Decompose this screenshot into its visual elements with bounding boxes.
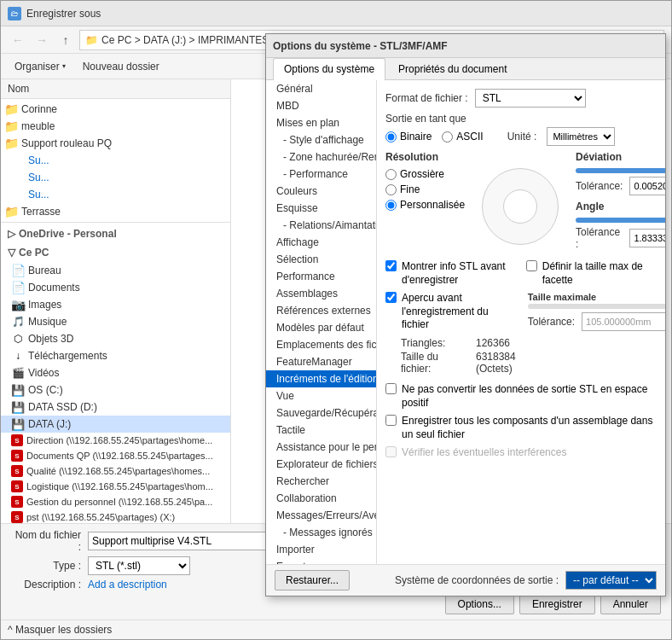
organize-button[interactable]: Organiser ▾ — [8, 56, 72, 77]
list-item[interactable]: 📄 Documents — [1, 279, 230, 296]
menu-item-feature-manager[interactable]: FeatureManager — [266, 353, 376, 370]
personnalisee-radio[interactable]: Personnalisée — [385, 199, 465, 211]
menu-item-affichage[interactable]: Affichage — [266, 234, 376, 251]
taille-max-title: Taille maximale — [528, 292, 665, 302]
taille-max-slider[interactable] — [528, 304, 665, 309]
coord-select[interactable]: -- par défaut -- — [565, 571, 657, 590]
list-item[interactable]: Su... — [1, 186, 230, 203]
list-item[interactable]: 🎬 Vidéos — [1, 364, 230, 381]
resolution-title: Résolution — [385, 151, 559, 163]
list-item[interactable]: 💾 OS (C:) — [1, 381, 230, 399]
list-item[interactable]: Su... — [1, 169, 230, 186]
list-item[interactable]: 📁 Support rouleau PQ — [1, 135, 230, 152]
type-select[interactable]: STL (*.stl) — [88, 556, 190, 575]
list-item[interactable]: S Gestion du personnel (\\192.168.55.245… — [1, 494, 230, 509]
grossiere-radio[interactable]: Grossière — [385, 168, 465, 180]
menu-item-style-affichage[interactable]: - Style d'affichage — [266, 131, 376, 148]
options-button[interactable]: Options... — [445, 594, 514, 614]
ascii-radio[interactable]: ASCII — [442, 131, 483, 143]
list-item[interactable]: 📄 Bureau — [1, 262, 230, 279]
taille-max-section: Taille maximale Tolérance: — [528, 292, 665, 331]
sidebar-item-cepc[interactable]: ▽ Ce PC — [1, 243, 230, 262]
list-item[interactable]: ↓ Téléchargements — [1, 347, 230, 364]
file-list[interactable]: 📁 Corinne 📁 meuble 📁 Support rouleau PQ … — [1, 99, 230, 523]
sidebar-item-onedrive[interactable]: ▷ OneDrive - Personal — [1, 224, 230, 243]
menu-item-modeles[interactable]: Modèles par défaut — [266, 319, 376, 336]
fine-radio[interactable]: Fine — [385, 183, 465, 195]
list-item[interactable]: 💾 DATA SSD (D:) — [1, 399, 230, 416]
up-button[interactable]: ↑ — [55, 30, 76, 50]
tolerance-label: Tolérance: — [576, 180, 623, 192]
save-button[interactable]: Enregistrer — [519, 594, 595, 614]
menu-item-couleurs[interactable]: Couleurs — [266, 183, 376, 200]
menu-item-rechercher[interactable]: Rechercher — [266, 473, 376, 490]
angle-slider[interactable] — [576, 218, 665, 223]
list-item[interactable]: 📁 meuble — [1, 118, 230, 135]
menu-item-collaboration[interactable]: Collaboration — [266, 490, 376, 507]
menu-item-mbd[interactable]: MBD — [266, 97, 376, 114]
apercu-checkbox[interactable] — [385, 292, 397, 303]
tab-proprietes-document[interactable]: Propriétés du document — [387, 58, 518, 79]
unite-label: Unité : — [507, 131, 537, 143]
enregistrer-checkbox[interactable] — [385, 415, 397, 426]
binaire-radio[interactable]: Binaire — [385, 131, 432, 143]
definir-checkbox[interactable] — [526, 260, 537, 271]
taille-input[interactable] — [582, 312, 665, 331]
verifier-checkbox[interactable] — [385, 446, 397, 457]
deviation-section: Déviation Tolérance: Angle Tolérance : — [576, 151, 665, 255]
menu-item-tactile[interactable]: Tactile — [266, 422, 376, 439]
cancel-button[interactable]: Annuler — [600, 594, 661, 614]
list-item-data-j[interactable]: 💾 DATA (J:) — [1, 416, 230, 433]
list-item[interactable]: S Logistique (\\192.168.55.245\partages\… — [1, 479, 230, 494]
tolerance-input[interactable] — [629, 177, 665, 195]
list-item[interactable]: 📁 Corinne — [1, 101, 230, 118]
add-description-link[interactable]: Add a description — [88, 579, 167, 591]
list-item[interactable]: 🎵 Musique — [1, 313, 230, 330]
list-item[interactable]: S Documents QP (\\192.168.55.245\partage… — [1, 448, 230, 463]
menu-item-performance-sub[interactable]: - Performance — [266, 166, 376, 183]
list-item[interactable]: ⬡ Objets 3D — [1, 330, 230, 347]
list-item[interactable]: Su... — [1, 152, 230, 169]
restore-button[interactable]: Restaurer... — [275, 570, 350, 591]
ne-pas-checkbox[interactable] — [385, 383, 397, 394]
menu-item-explorateur[interactable]: Explorateur de fichiers — [266, 456, 376, 473]
unite-select[interactable]: Millimètres — [547, 127, 615, 146]
menu-item-mises-en-plan[interactable]: Mises en plan — [266, 114, 376, 131]
list-item[interactable]: S Direction (\\192.168.55.245\partages\h… — [1, 433, 230, 448]
menu-item-importer[interactable]: Importer — [266, 541, 376, 558]
menu-item-messages[interactable]: Messages/Erreurs/Avert... — [266, 507, 376, 524]
deviation-slider[interactable] — [576, 168, 665, 173]
hide-folders-button[interactable]: ^ Masquer les dossiers — [1, 620, 671, 639]
enregistrer-checkbox-row: Enregistrer tous les composants d'un ass… — [385, 415, 657, 441]
menu-item-emplacements[interactable]: Emplacements des fichie... — [266, 336, 376, 353]
menu-item-exporter[interactable]: Exporter — [266, 558, 376, 564]
menu-item-messages-ignores[interactable]: - Messages ignorés — [266, 524, 376, 541]
tab-options-systeme[interactable]: Options du système — [273, 58, 385, 80]
menu-item-relations[interactable]: - Relations/Aimantatio... — [266, 217, 376, 234]
new-folder-button[interactable]: Nouveau dossier — [76, 56, 166, 77]
download-icon: ↓ — [11, 349, 25, 363]
menu-item-assemblages[interactable]: Assemblages — [266, 285, 376, 302]
list-item[interactable]: 📁 Terrasse — [1, 203, 230, 220]
menu-item-sauvegarde[interactable]: Sauvegarde/Récupération — [266, 404, 376, 422]
back-button[interactable]: ← — [8, 30, 28, 50]
menu-item-zone-hachure[interactable]: - Zone hachurée/Rem... — [266, 148, 376, 166]
menu-item-esquisse[interactable]: Esquisse — [266, 200, 376, 217]
menu-item-general[interactable]: Général — [266, 80, 376, 97]
forward-button[interactable]: → — [32, 30, 52, 50]
menu-item-selection[interactable]: Sélection — [266, 251, 376, 268]
list-item[interactable]: S pst (\\192.168.55.245\partages) (X:) — [1, 509, 230, 523]
list-item[interactable]: S Qualité (\\192.168.55.245\partages\hom… — [1, 463, 230, 479]
format-select[interactable]: STL — [475, 89, 586, 108]
menu-item-increments[interactable]: Incréments de l'édition d... — [266, 370, 376, 387]
list-item[interactable]: 📷 Images — [1, 296, 230, 313]
menu-item-performance[interactable]: Performance — [266, 268, 376, 285]
menu-item-references[interactable]: Références externes — [266, 302, 376, 319]
montrer-checkbox[interactable] — [385, 260, 397, 271]
angle-input[interactable] — [629, 229, 665, 247]
dialog-menu: Général MBD Mises en plan - Style d'affi… — [266, 80, 377, 564]
format-label: Format de fichier : — [385, 92, 468, 104]
menu-item-vue[interactable]: Vue — [266, 387, 376, 404]
menu-item-assistance[interactable]: Assistance pour le perça... — [266, 439, 376, 456]
folder-icon: 📷 — [11, 298, 25, 311]
